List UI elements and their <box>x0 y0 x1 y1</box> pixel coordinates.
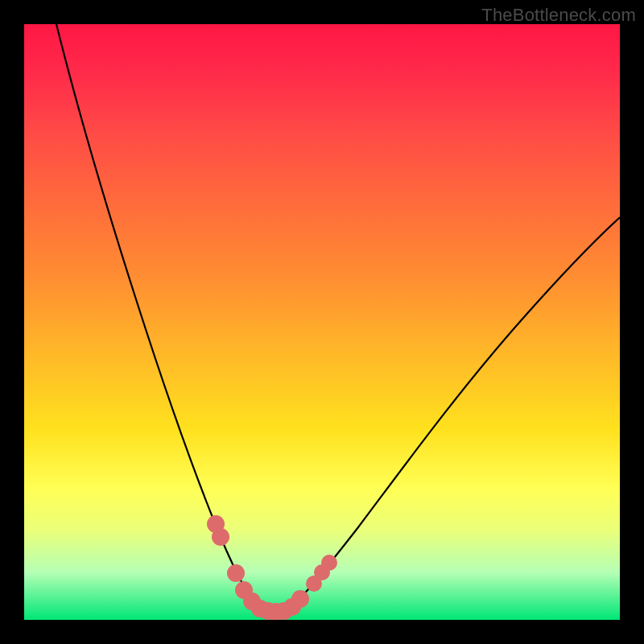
watermark-text: TheBottleneck.com <box>481 5 636 26</box>
svg-point-2 <box>227 564 245 582</box>
chart-frame: TheBottleneck.com <box>0 0 644 644</box>
left-branch-line <box>56 24 261 612</box>
chart-svg <box>24 24 620 620</box>
svg-point-10 <box>291 590 309 608</box>
curve-markers <box>207 515 337 620</box>
svg-point-1 <box>212 528 229 546</box>
svg-point-13 <box>321 555 337 571</box>
right-branch-line <box>288 217 620 612</box>
